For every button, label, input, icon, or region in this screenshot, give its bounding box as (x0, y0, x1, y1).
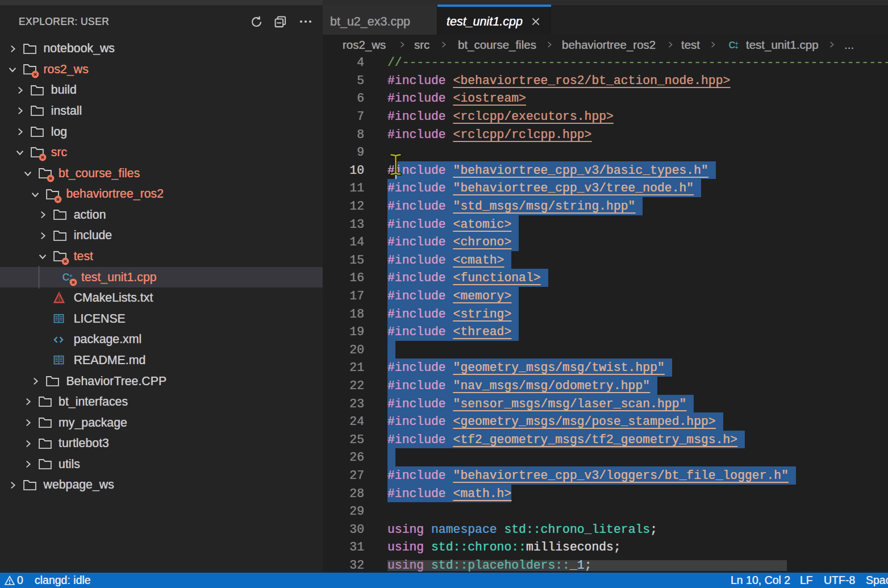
svg-text:+: + (735, 44, 738, 51)
